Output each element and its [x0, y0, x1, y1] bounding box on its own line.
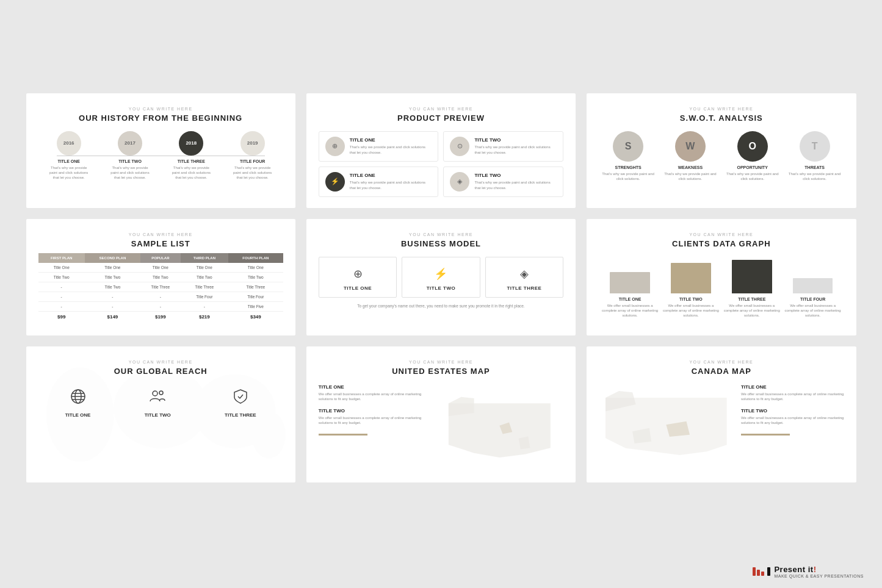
timeline-desc-2: That's why we provide paint and click so… [172, 165, 211, 181]
brand-name-span: Present it [774, 565, 813, 574]
canada-map-visual [599, 384, 734, 471]
timeline-circle-2019: 2019 [240, 131, 265, 156]
canada-map-bar [741, 434, 790, 436]
swot-circle-w: W [675, 131, 706, 162]
slide-5-subtitle: You can write here [319, 232, 563, 237]
timeline-label-0: Title One [57, 159, 80, 163]
svg-point-10 [159, 391, 163, 395]
col-header-2: Popular [140, 253, 181, 263]
timeline-desc-3: That's why we provide paint and click so… [233, 165, 272, 181]
product-icon-0: ⊕ [325, 137, 345, 156]
shield-check-icon [232, 388, 249, 409]
timeline-label-1: Title Two [118, 159, 142, 163]
slide-swot: You can write here S.W.O.T. Analysis S S… [587, 93, 856, 208]
table-row: ----Title Five [38, 301, 283, 311]
global-icon-item-2: Title Three [225, 388, 256, 418]
slide-1-subtitle: You can write here [38, 107, 283, 111]
timeline-desc-0: That's why we provide paint and click so… [49, 165, 89, 181]
slide-canada-map: You can write here Canada Map Title One … [587, 346, 856, 482]
biz-card-2: ◈ Title Three [485, 257, 563, 298]
swot-w: W Weakness That's why we provide paint a… [661, 131, 720, 182]
slide-5-title: Business Model [319, 239, 563, 248]
table-row: Title TwoTitle TwoTitle TwoTitle TwoTitl… [38, 272, 283, 282]
slide-global: You can write here Our Global Reach Titl… [26, 346, 295, 482]
col-header-3: Third Plan [181, 253, 228, 263]
bar-3 [793, 278, 833, 293]
price-row: $99$149$199$219$349 [38, 311, 283, 322]
timeline-item-3: 2019 Title Four That's why we provide pa… [222, 131, 283, 181]
slide-2-subtitle: You can write here [319, 107, 563, 111]
brand-footer: Present it! Make Quick & Easy Presentati… [753, 565, 864, 578]
canada-map-svg [599, 384, 734, 471]
brand-name: Present it! [774, 565, 864, 574]
slide-business: You can write here Business Model ⊕ Titl… [306, 219, 576, 335]
slide-3-title: S.W.O.T. Analysis [599, 113, 844, 123]
swot-s: S Strenghts That's why we provide paint … [599, 131, 657, 182]
slide-8-subtitle: You can write here [319, 360, 563, 364]
slide-4-title: Sample List [38, 239, 283, 248]
brand-bar-2 [757, 570, 760, 576]
slide-7-subtitle: You can write here [38, 360, 283, 364]
table-row: ---Title FourTitle Four [38, 292, 283, 301]
timeline-circle-2016: 2016 [57, 131, 81, 156]
product-card-text-2: Title One That's why we provide paint an… [350, 173, 432, 190]
slide-9-title: Canada Map [599, 367, 844, 376]
slide-4-subtitle: You can write here [38, 232, 283, 237]
slide-9-subtitle: You can write here [599, 360, 844, 364]
col-header-4: Fourth Plan [228, 253, 283, 263]
price-table: First Plan Second Plan Popular Third Pla… [38, 253, 283, 322]
swot-circle-t: T [800, 131, 830, 162]
product-grid: ⊕ Title One That's why we provide paint … [319, 131, 563, 197]
brand-exclamation: ! [814, 565, 817, 574]
timeline-desc-1: That's why we provide paint and click so… [110, 165, 150, 181]
bar-2 [732, 260, 772, 293]
brand-bar-3 [761, 572, 764, 576]
slide-8-title: United Estates Map [319, 367, 563, 376]
timeline-circle-2017: 2017 [118, 131, 142, 156]
timeline-label-3: Title Four [240, 159, 265, 163]
us-map-content: Title One We offer small businesses a co… [319, 384, 563, 467]
slide-us-map: You can write here United Estates Map Ti… [306, 346, 576, 482]
graph-col-3: Title FourWe offer small businesses a co… [784, 257, 842, 318]
swot-o: O Opportunity That's why we provide pain… [723, 131, 782, 182]
biz-model-grid: ⊕ Title One ⚡ Title Two ◈ Title Three [319, 257, 563, 298]
canada-map-content: Title One We offer small businesses a co… [599, 384, 844, 471]
graph-col-2: Title ThreeWe offer small businesses a c… [723, 257, 781, 318]
globe-icon [70, 388, 87, 409]
people-icon [149, 388, 166, 409]
col-header-1: Second Plan [85, 253, 140, 263]
product-card-text-3: Title Two That's why we provide paint an… [474, 173, 557, 190]
slide-6-title: Clients Data Graph [599, 239, 844, 248]
product-card-text-1: Title Two That's why we provide paint an… [474, 137, 557, 155]
table-row: -Title TwoTitle ThreeTitle ThreeTitle Th… [38, 282, 283, 292]
slide-6-subtitle: You can write here [599, 232, 844, 237]
svg-point-3 [251, 411, 285, 458]
brand-icon [753, 567, 770, 576]
global-icon-item-0: Title One [65, 388, 91, 418]
biz-icon-people: ⚡ [434, 267, 447, 281]
product-icon-1: ⊙ [450, 137, 469, 156]
product-card-2: ⚡ Title One That's why we provide paint … [319, 167, 439, 197]
biz-icon-check: ◈ [520, 267, 529, 281]
bar-1 [671, 263, 711, 293]
slide-product: You can write here Product Preview ⊕ Tit… [306, 93, 576, 208]
swot-circle-s: S [613, 131, 643, 162]
brand-bar-4 [767, 567, 770, 576]
timeline-item-0: 2016 Title One That's why we provide pai… [38, 131, 99, 181]
graph-bars: Title OneWe offer small businesses a com… [599, 257, 844, 318]
product-card-1: ⊙ Title Two That's why we provide paint … [443, 131, 563, 162]
us-map-item-0: Title One We offer small businesses a co… [319, 384, 429, 402]
slide-history: You can write here Our History From The … [26, 93, 295, 208]
us-map-item-1: Title Two We offer small businesses a co… [319, 408, 429, 426]
swot-row: S Strenghts That's why we provide paint … [599, 131, 844, 182]
slide-1-title: Our History From The Beginning [38, 113, 283, 123]
us-map-svg [436, 384, 563, 467]
product-card-0: ⊕ Title One That's why we provide paint … [319, 131, 439, 162]
graph-col-0: Title OneWe offer small businesses a com… [601, 257, 659, 318]
product-card-text-0: Title One That's why we provide paint an… [350, 137, 432, 155]
global-icon-item-1: Title Two [145, 388, 171, 418]
timeline-circle-2018: 2018 [179, 131, 203, 156]
timeline: 2016 Title One That's why we provide pai… [38, 131, 283, 181]
table-row: Title OneTitle OneTitle OneTitle OneTitl… [38, 263, 283, 273]
us-map-bar [319, 434, 367, 436]
